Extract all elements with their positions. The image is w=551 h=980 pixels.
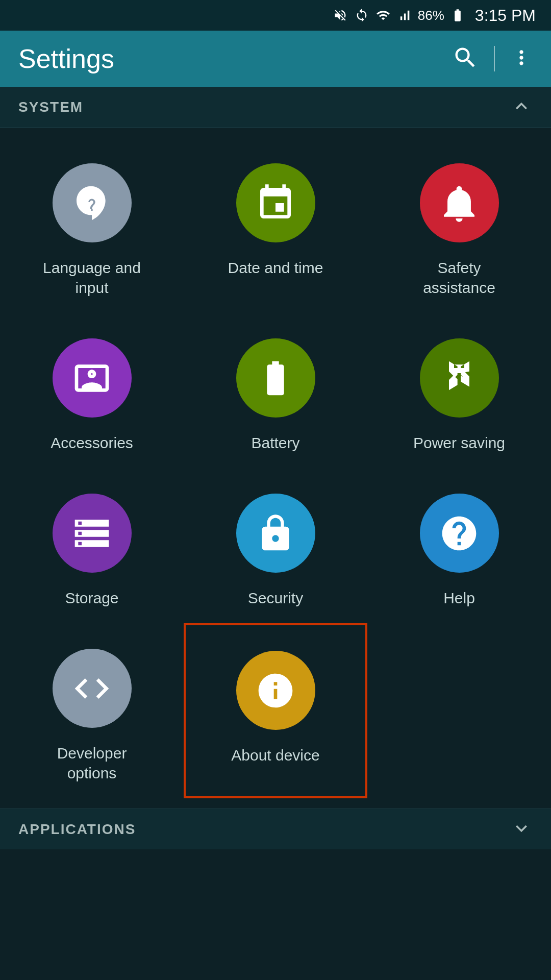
grid-item-date-time[interactable]: Date and time: [184, 138, 367, 313]
grid-item-about-device[interactable]: About device: [184, 623, 367, 798]
grid-item-developer-options[interactable]: Developeroptions: [0, 623, 184, 798]
app-bar-divider: [494, 46, 495, 71]
signal-icon: [396, 7, 413, 23]
grid-item-accessories[interactable]: Accessories: [0, 313, 184, 468]
date-time-label: Date and time: [228, 258, 323, 278]
status-bar: 86% 3:15 PM: [0, 0, 551, 31]
grid-item-power-saving[interactable]: Power saving: [367, 313, 551, 468]
grid-item-battery[interactable]: Battery: [184, 313, 367, 468]
system-collapse-button[interactable]: [510, 95, 533, 119]
storage-label: Storage: [65, 588, 118, 608]
safety-assistance-label: Safetyassistance: [423, 258, 495, 298]
date-time-icon: [236, 163, 315, 242]
mute-icon: [332, 7, 348, 23]
accessories-label: Accessories: [51, 433, 133, 453]
about-device-label: About device: [231, 745, 319, 765]
settings-grid: Language andinput Date and time Safetyas…: [0, 128, 551, 808]
wifi-icon: [375, 7, 391, 23]
applications-section-title: APPLICATIONS: [18, 821, 136, 838]
grid-item-language-input[interactable]: Language andinput: [0, 138, 184, 313]
security-icon: [236, 494, 315, 573]
power-saving-icon: [420, 338, 499, 418]
grid-item-empty: [367, 623, 551, 798]
power-saving-label: Power saving: [413, 433, 505, 453]
battery-percent: 86%: [418, 8, 444, 23]
status-icons: 86% 3:15 PM: [332, 6, 536, 25]
applications-expand-button[interactable]: [510, 817, 533, 842]
developer-options-icon: [53, 649, 132, 728]
about-device-icon: [236, 651, 315, 730]
sync-icon: [354, 7, 370, 23]
system-section-header[interactable]: SYSTEM: [0, 87, 551, 128]
applications-section-header[interactable]: APPLICATIONS: [0, 808, 551, 849]
help-icon: [420, 494, 499, 573]
accessories-icon: [53, 338, 132, 418]
system-section-title: SYSTEM: [18, 99, 83, 115]
language-input-label: Language andinput: [43, 258, 141, 298]
grid-item-safety-assistance[interactable]: Safetyassistance: [367, 138, 551, 313]
more-options-button[interactable]: [510, 46, 533, 71]
grid-item-help[interactable]: Help: [367, 468, 551, 623]
grid-item-storage[interactable]: Storage: [0, 468, 184, 623]
app-bar-actions: [452, 44, 533, 73]
safety-assistance-icon: [420, 163, 499, 242]
status-time: 3:15 PM: [475, 6, 536, 25]
battery-icon: [449, 7, 466, 23]
help-label: Help: [443, 588, 475, 608]
language-input-icon: [53, 163, 132, 242]
app-bar: Settings: [0, 31, 551, 87]
battery-label: Battery: [251, 433, 299, 453]
security-label: Security: [248, 588, 303, 608]
developer-options-label: Developeroptions: [57, 743, 127, 783]
battery-settings-icon: [236, 338, 315, 418]
app-bar-title: Settings: [18, 43, 452, 74]
search-button[interactable]: [452, 44, 479, 73]
grid-item-security[interactable]: Security: [184, 468, 367, 623]
storage-icon: [53, 494, 132, 573]
